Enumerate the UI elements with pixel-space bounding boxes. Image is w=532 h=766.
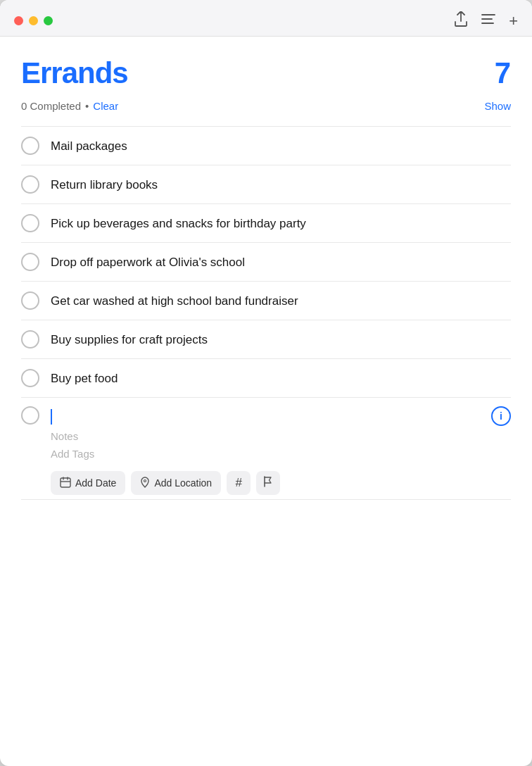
svg-rect-3 <box>61 478 70 487</box>
task-checkbox-4[interactable] <box>21 253 39 271</box>
task-item: Buy supplies for craft projects <box>21 320 511 359</box>
task-checkbox-3[interactable] <box>21 214 39 232</box>
task-item: Drop off paperwork at Olivia's school <box>21 243 511 282</box>
location-icon <box>140 477 150 490</box>
new-task-checkbox[interactable] <box>21 406 39 425</box>
completed-bar: 0 Completed • Clear Show <box>21 97 511 115</box>
maximize-button[interactable] <box>44 16 53 25</box>
task-checkbox-6[interactable] <box>21 330 39 349</box>
task-item: Buy pet food <box>21 359 511 398</box>
tags-placeholder[interactable]: Add Tags <box>51 446 511 461</box>
task-checkbox-5[interactable] <box>21 291 39 310</box>
add-location-label: Add Location <box>154 477 212 489</box>
text-cursor <box>51 409 52 425</box>
task-checkbox-7[interactable] <box>21 369 39 387</box>
list-count: 7 <box>495 56 511 90</box>
task-text-2: Return library books <box>51 175 511 194</box>
add-date-label: Add Date <box>75 477 116 489</box>
task-text-5: Get car washed at high school band fundr… <box>51 291 511 310</box>
task-text-7: Buy pet food <box>51 369 511 387</box>
titlebar-actions: + <box>454 11 518 30</box>
flag-icon <box>263 476 273 490</box>
add-location-button[interactable]: Add Location <box>131 471 221 495</box>
new-task-content: i Notes Add Tags <box>51 406 511 495</box>
clear-button[interactable]: Clear <box>93 100 118 112</box>
task-text-1: Mail packages <box>51 137 511 155</box>
action-buttons: Add Date Add Location # <box>51 471 511 495</box>
tasks-list: Mail packages Return library books Pick … <box>21 126 511 398</box>
notes-placeholder[interactable]: Notes <box>51 429 511 444</box>
titlebar: + <box>0 0 532 37</box>
calendar-icon <box>60 477 71 490</box>
new-task-input-row: i <box>51 406 511 426</box>
close-button[interactable] <box>14 16 23 25</box>
task-checkbox-2[interactable] <box>21 175 39 194</box>
add-icon[interactable]: + <box>509 12 518 30</box>
completed-dot: • <box>85 100 89 112</box>
traffic-lights <box>14 16 53 25</box>
list-title: Errands <box>21 56 128 90</box>
task-item: Get car washed at high school band fundr… <box>21 282 511 320</box>
task-item: Pick up beverages and snacks for birthda… <box>21 204 511 243</box>
task-text-4: Drop off paperwork at Olivia's school <box>51 253 511 271</box>
task-item: Mail packages <box>21 126 511 165</box>
minimize-button[interactable] <box>29 16 38 25</box>
task-text-3: Pick up beverages and snacks for birthda… <box>51 214 511 232</box>
add-tag-button[interactable]: # <box>227 471 251 495</box>
add-flag-button[interactable] <box>256 471 280 495</box>
task-item: Return library books <box>21 165 511 204</box>
completed-info: 0 Completed • Clear <box>21 100 118 112</box>
main-content: Errands 7 0 Completed • Clear Show Mail … <box>0 37 532 514</box>
task-checkbox-1[interactable] <box>21 137 39 155</box>
completed-count: 0 Completed <box>21 100 81 112</box>
show-button[interactable]: Show <box>484 100 511 112</box>
task-text-6: Buy supplies for craft projects <box>51 330 511 349</box>
app-window: + Errands 7 0 Completed • Clear Show Mai… <box>0 0 532 766</box>
info-button[interactable]: i <box>491 406 511 426</box>
format-list-icon[interactable] <box>481 13 496 29</box>
add-date-button[interactable]: Add Date <box>51 471 125 495</box>
list-header: Errands 7 <box>21 56 511 90</box>
svg-point-7 <box>144 479 146 482</box>
new-task-item: i Notes Add Tags <box>21 398 511 500</box>
share-icon[interactable] <box>454 11 468 30</box>
hash-icon: # <box>235 476 241 490</box>
